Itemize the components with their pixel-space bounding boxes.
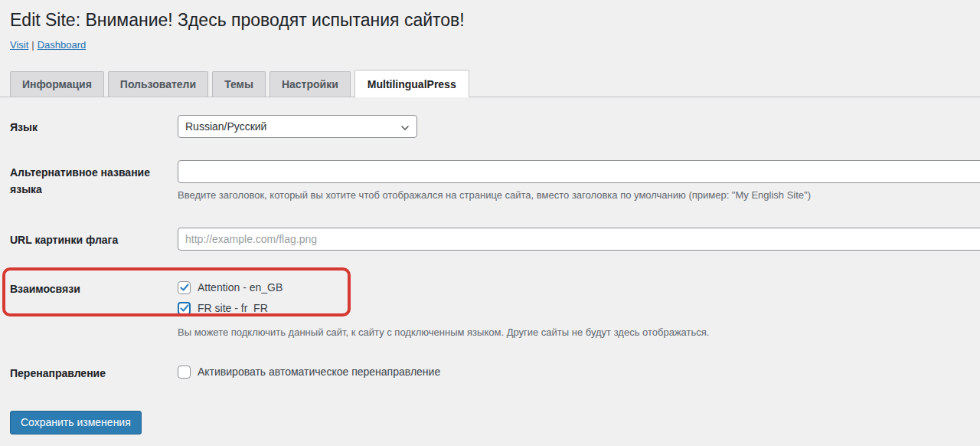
relationship-label-attention[interactable]: Attention - en_GB xyxy=(198,281,283,294)
checkmark-icon xyxy=(180,303,189,313)
alt-title-input[interactable] xyxy=(178,160,980,183)
tab-multilingualpress[interactable]: MultilingualPress xyxy=(354,70,469,97)
redirect-checkbox[interactable] xyxy=(178,366,191,379)
alt-title-label: Альтернативное название языка xyxy=(10,160,178,198)
tab-users[interactable]: Пользователи xyxy=(108,71,208,97)
language-label: Язык xyxy=(10,115,178,136)
save-changes-button[interactable]: Сохранить изменения xyxy=(10,411,142,435)
flag-url-row: URL картинки флага xyxy=(10,228,980,251)
flag-url-label: URL картинки флага xyxy=(10,228,178,249)
language-row: Язык Russian/Русский xyxy=(10,115,980,138)
link-separator: | xyxy=(31,39,34,51)
alt-title-row: Альтернативное название языка Введите за… xyxy=(10,160,980,202)
relationships-row: Взаимосвязи Attention - en_GB FR site - … xyxy=(10,281,980,339)
language-select-wrap: Russian/Русский xyxy=(178,115,417,138)
relationship-checkbox-fr-site[interactable] xyxy=(178,302,191,315)
relationships-label: Взаимосвязи xyxy=(10,281,178,298)
redirect-label: Перенаправление xyxy=(10,366,178,382)
relationship-option-attention: Attention - en_GB xyxy=(178,281,980,294)
relationship-checkbox-attention[interactable] xyxy=(178,281,191,294)
relationship-option-fr-site: FR site - fr_FR xyxy=(178,302,980,315)
site-action-links: Visit|Dashboard xyxy=(10,39,965,51)
alt-title-description: Введите заголовок, который вы хотите что… xyxy=(178,189,980,202)
tab-bar: Информация Пользователи Темы Настройки M… xyxy=(0,70,980,97)
relationship-label-fr-site[interactable]: FR site - fr_FR xyxy=(198,302,268,314)
visit-link[interactable]: Visit xyxy=(10,39,28,51)
redirect-option: Активировать автоматическое перенаправле… xyxy=(178,366,980,379)
tab-info[interactable]: Информация xyxy=(10,71,104,97)
page-header: Edit Site: Внимание! Здесь проводят испы… xyxy=(0,0,980,51)
redirect-row: Перенаправление Активировать автоматичес… xyxy=(10,366,980,382)
tab-themes[interactable]: Темы xyxy=(212,71,266,97)
dashboard-link[interactable]: Dashboard xyxy=(38,39,87,51)
checkmark-icon xyxy=(180,283,189,292)
flag-url-input[interactable] xyxy=(178,228,980,251)
relationships-description: Вы можете подключить данный сайт, к сайт… xyxy=(178,326,980,339)
redirect-option-label[interactable]: Активировать автоматическое перенаправле… xyxy=(198,366,440,378)
multilingualpress-form: Язык Russian/Русский Альтернативное назв… xyxy=(0,97,980,435)
page-title: Edit Site: Внимание! Здесь проводят испы… xyxy=(10,9,965,32)
language-select[interactable]: Russian/Русский xyxy=(178,115,417,138)
tab-settings[interactable]: Настройки xyxy=(270,71,351,97)
